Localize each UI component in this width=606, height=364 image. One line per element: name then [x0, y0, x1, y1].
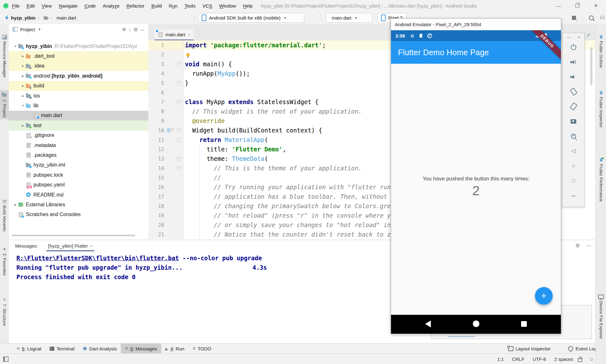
gutter[interactable]: 4: [148, 69, 183, 78]
tree-arrow-icon[interactable]: ▼: [20, 104, 26, 107]
emulator-more-button[interactable]: [563, 188, 584, 203]
gutter[interactable]: 15: [148, 173, 183, 182]
fold-marker-icon[interactable]: [177, 81, 181, 85]
gutter[interactable]: 13: [148, 154, 183, 163]
gutter[interactable]: 21: [148, 230, 183, 239]
breadcrumb-main.dart[interactable]: main.dart: [56, 15, 76, 21]
tree-item-scratches-and-consoles[interactable]: Scratches and Consoles: [9, 210, 148, 220]
tree-item--dart-tool[interactable]: ▶.dart_tool: [9, 51, 148, 61]
toolwindow-todo[interactable]: TODO: [188, 343, 215, 354]
sdk-manager-icon[interactable]: [572, 16, 576, 20]
status-item-crlf[interactable]: CRLF: [512, 356, 524, 362]
tree-item--metadata[interactable]: .metadata: [9, 140, 148, 150]
gutter[interactable]: 3: [148, 59, 183, 69]
tab-flutter-console[interactable]: [hyzp_yibin] Flutter ×: [46, 240, 94, 251]
tab-main-dart[interactable]: main.dart ×: [155, 30, 193, 40]
minimize-icon[interactable]: [556, 3, 561, 9]
tree-item-test[interactable]: ▶test: [9, 120, 148, 130]
tree-arrow-icon[interactable]: ▼: [13, 45, 18, 48]
gutter[interactable]: 8: [148, 107, 183, 116]
emulator-overview-button[interactable]: [563, 173, 584, 188]
run-config-selector[interactable]: main.dart ▼: [326, 13, 372, 23]
search-icon[interactable]: [589, 15, 594, 20]
tree-item--gitignore[interactable]: .gitignore: [9, 131, 148, 140]
gutter[interactable]: 10↑: [148, 126, 183, 135]
breadcrumb-lib[interactable]: lib: [44, 15, 48, 21]
sidebar-tab-flutter-performance[interactable]: Flutter Performance: [596, 156, 606, 203]
status-item-utf-8[interactable]: UTF-8: [532, 356, 546, 362]
toolwindow-layout-inspector[interactable]: Layout Inspector: [504, 343, 555, 354]
menu-tools[interactable]: Tools: [181, 3, 199, 9]
toolwindow-6-logcat[interactable]: 6: Logcat: [13, 343, 45, 354]
fold-marker-icon[interactable]: [177, 138, 181, 142]
increment-fab-button[interactable]: +: [535, 287, 553, 305]
collapse-all-icon[interactable]: [129, 27, 131, 32]
fold-marker-icon[interactable]: [177, 166, 181, 170]
tree-arrow-icon[interactable]: ▶: [13, 203, 18, 206]
emulator-volume-down-button[interactable]: [563, 69, 584, 84]
sidebar-tab-flutter-outline[interactable]: Flutter Outline: [596, 33, 606, 70]
fold-marker-icon[interactable]: [177, 157, 181, 161]
emulator-rotate-right-button[interactable]: [563, 99, 584, 114]
tree-arrow-icon[interactable]: ▶: [20, 74, 26, 78]
gutter[interactable]: 5: [148, 78, 183, 88]
tool-window-switcher-icon[interactable]: [3, 356, 9, 362]
gutter[interactable]: 14: [148, 163, 183, 173]
tree-arrow-icon[interactable]: ▶: [20, 64, 26, 68]
status-item-2-spaces[interactable]: 2 spaces: [554, 356, 573, 362]
project-panel-title[interactable]: Project: [20, 27, 35, 32]
gutter[interactable]: 18: [148, 201, 183, 211]
nav-recents-button[interactable]: [521, 321, 527, 328]
gutter[interactable]: 19: [148, 211, 183, 220]
emulator-zoom-button[interactable]: [563, 129, 584, 144]
menu-view[interactable]: View: [38, 3, 55, 9]
override-marker-icon[interactable]: [167, 128, 171, 132]
sidebar-tab--project[interactable]: 1: Project: [0, 90, 9, 119]
tree-arrow-icon[interactable]: ▶: [20, 84, 26, 87]
tab-close-icon[interactable]: ×: [188, 32, 191, 37]
gutter[interactable]: 12: [148, 144, 183, 154]
tree-item-ios[interactable]: ▶ios: [9, 91, 148, 101]
menu-analyze[interactable]: Analyze: [99, 3, 123, 9]
gutter[interactable]: 11: [148, 135, 183, 144]
profile-avatar-icon[interactable]: [600, 15, 605, 20]
tree-item-android[interactable]: ▶android[hyzp_yibin_android]: [9, 71, 148, 81]
gutter[interactable]: 1: [148, 40, 183, 50]
restore-icon[interactable]: [575, 4, 579, 8]
menu-code[interactable]: Code: [81, 3, 99, 9]
emulator-home-button[interactable]: [563, 158, 584, 173]
gear-icon[interactable]: [575, 243, 580, 249]
tree-arrow-icon[interactable]: ▶: [20, 55, 26, 58]
tree-item-hyzp-yibin[interactable]: ▼hyzp_yibinR:\FlutterProject\FlutterProj…: [9, 41, 148, 51]
editor-scrollbar[interactable]: [590, 47, 592, 85]
tab-close-icon[interactable]: ×: [90, 244, 92, 248]
minimize-icon[interactable]: —: [567, 35, 571, 40]
menu-run[interactable]: Run: [165, 3, 181, 9]
hide-panel-icon[interactable]: [140, 27, 145, 32]
tree-item--idea[interactable]: ▶.idea: [9, 61, 148, 71]
close-icon[interactable]: [594, 3, 598, 9]
toolwindow-0-messages[interactable]: 0: Messages: [121, 343, 161, 354]
fold-marker-icon[interactable]: [177, 100, 181, 104]
menu-window[interactable]: Window: [216, 3, 239, 9]
gutter[interactable]: 16: [148, 182, 183, 192]
sidebar-tab-flutter-inspector[interactable]: Flutter Inspector: [596, 89, 606, 130]
close-icon[interactable]: ×: [578, 35, 580, 40]
gutter[interactable]: 9: [148, 116, 183, 126]
menu-edit[interactable]: Edit: [23, 3, 38, 9]
sidebar-tab-resource-manager[interactable]: Resource Manager: [0, 33, 9, 79]
tree-arrow-icon[interactable]: ▶: [20, 124, 26, 127]
emulator-volume-up-button[interactable]: ): [563, 55, 584, 69]
lightbulb-icon[interactable]: [186, 53, 190, 56]
lock-open-icon[interactable]: [578, 358, 582, 362]
tree-arrow-icon[interactable]: ▶: [20, 94, 26, 97]
highlight-level-icon[interactable]: [589, 356, 594, 362]
emulator-title-bar[interactable]: Android Emulator - Pixel_2_API_29:5554: [391, 19, 561, 30]
sidebar-tab-build-variants[interactable]: Build Variants: [0, 198, 9, 233]
obscured-link-fragment[interactable]: [448, 334, 475, 337]
inspection-ok-icon[interactable]: [587, 32, 591, 38]
menu-file[interactable]: File: [9, 3, 23, 9]
emulator-screenshot-button[interactable]: [563, 114, 584, 129]
gutter[interactable]: 17: [148, 192, 183, 201]
gutter[interactable]: 20: [148, 220, 183, 230]
